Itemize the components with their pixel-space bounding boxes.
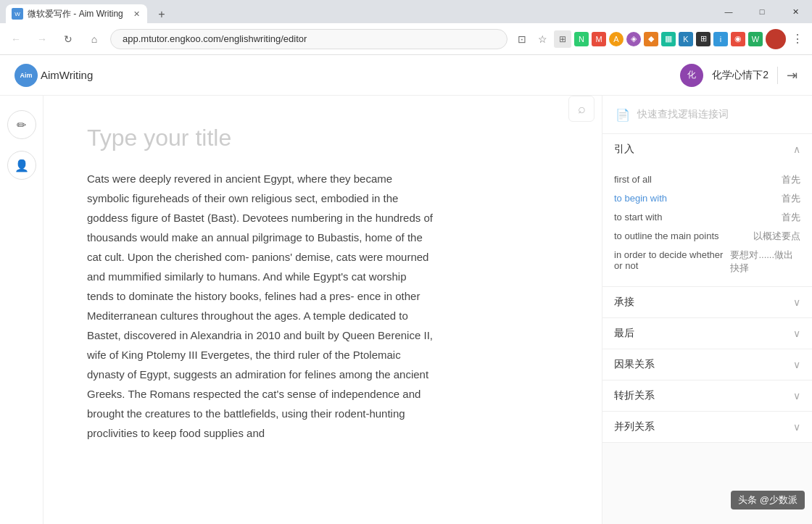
section-zuihou: 最后 ∨ (602, 318, 812, 349)
phrase-search-icon: 📄 (614, 106, 631, 123)
bookmark-icon[interactable]: ☆ (534, 30, 551, 48)
ext10-icon[interactable]: i (713, 32, 728, 46)
section-zhuanzhe-chevron: ∨ (793, 390, 800, 402)
ext12-icon[interactable]: W (748, 32, 763, 46)
header-divider (777, 67, 778, 84)
logo-text: AimWriting (41, 69, 93, 81)
editor-title-placeholder[interactable]: Type your title (87, 125, 558, 151)
home-button[interactable]: ⌂ (84, 29, 104, 49)
phrase-row-2[interactable]: to begin with 首先 (614, 189, 800, 208)
search-icon: ⌕ (578, 101, 586, 117)
section-chengjie-title: 承接 (614, 296, 634, 309)
minimize-button[interactable]: — (712, 0, 745, 23)
ext6-icon[interactable]: ◆ (644, 32, 658, 46)
user-name: 化学心情下2 (712, 69, 768, 82)
section-yinguo-title: 因果关系 (614, 358, 655, 371)
maximize-button[interactable]: □ (745, 0, 779, 23)
logout-button[interactable]: ⇥ (787, 67, 798, 83)
app-header: Aim AimWriting 化 化学心情下2 ⇥ (0, 55, 812, 96)
pencil-icon: ✏ (17, 118, 26, 132)
section-binglie-header[interactable]: 并列关系 ∨ (602, 412, 812, 442)
section-yinru: 引入 ∧ first of all 首先 to begin with 首先 (602, 134, 812, 287)
section-zhuanzhe: 转折关系 ∨ (602, 380, 812, 412)
forward-button[interactable]: → (32, 29, 52, 49)
logo-icon: Aim (14, 64, 38, 87)
section-binglie: 并列关系 ∨ (602, 412, 812, 443)
tab-close-button[interactable]: ✕ (133, 9, 140, 19)
ext9-icon[interactable]: ⊞ (696, 32, 710, 46)
editor-search-button[interactable]: ⌕ (568, 96, 594, 122)
right-panel: 📄 快速查找逻辑连接词 引入 ∧ first of all (602, 96, 812, 524)
section-yinru-header[interactable]: 引入 ∧ (602, 134, 812, 165)
tab-title: 微软爱写作 - Aim Writing (28, 8, 123, 20)
section-zhuanzhe-title: 转折关系 (614, 389, 655, 402)
section-yinru-title: 引入 (614, 143, 634, 156)
phrase-row-1[interactable]: first of all 首先 (614, 170, 800, 189)
left-sidebar: ✏ 👤 (0, 96, 44, 524)
section-zhuanzhe-header[interactable]: 转折关系 ∨ (602, 380, 812, 411)
phrase-cn-5: 要想对......做出抉择 (730, 249, 800, 275)
watermark: 头条 @少数派 (731, 491, 805, 510)
ext7-icon[interactable]: ▦ (661, 32, 676, 46)
phrase-cn-1: 首先 (782, 173, 800, 186)
editor-area[interactable]: Type your title Cats were deeply revered… (44, 96, 602, 524)
section-binglie-title: 并列关系 (614, 420, 655, 433)
ext4-icon[interactable]: A (609, 32, 624, 46)
section-binglie-chevron: ∨ (793, 421, 800, 433)
window-controls: — □ ✕ (712, 0, 812, 23)
url-input[interactable] (110, 29, 508, 49)
refresh-button[interactable]: ↻ (58, 29, 78, 49)
phrase-row-5[interactable]: in order to decide whether or not 要想对...… (614, 246, 800, 278)
cast-icon[interactable]: ⊡ (513, 30, 531, 48)
section-chengjie: 承接 ∨ (602, 287, 812, 318)
phrase-en-5: in order to decide whether or not (614, 249, 730, 271)
section-zuihou-chevron: ∨ (793, 328, 800, 339)
phrase-search-placeholder[interactable]: 快速查找逻辑连接词 (637, 108, 800, 121)
app-logo: Aim AimWriting (14, 64, 93, 87)
phrase-cn-2: 首先 (782, 192, 800, 205)
phrase-row-3[interactable]: to start with 首先 (614, 208, 800, 227)
ext5-icon[interactable]: ◈ (626, 32, 641, 46)
phrase-row-4[interactable]: to outline the main points 以概述要点 (614, 227, 800, 246)
phrase-cn-3: 首先 (782, 211, 800, 224)
section-yinguo-header[interactable]: 因果关系 ∨ (602, 349, 812, 380)
phrase-cn-4: 以概述要点 (753, 230, 800, 243)
user-avatar: 化 (680, 64, 703, 87)
section-yinru-content: first of all 首先 to begin with 首先 to star… (602, 165, 812, 286)
ext2-icon[interactable]: N (574, 32, 589, 46)
back-button[interactable]: ← (6, 29, 26, 49)
new-tab-button[interactable]: + (153, 6, 170, 23)
section-chengjie-header[interactable]: 承接 ∨ (602, 287, 812, 317)
editor-content[interactable]: Cats were deeply revered in ancient Egyp… (87, 169, 435, 443)
document-icon: 📄 (616, 108, 630, 122)
ext3-icon[interactable]: M (592, 32, 606, 46)
browser-toolbar-icons: ⊡ ☆ ⊞ N M A ◈ ◆ ▦ K ⊞ i ◉ W ⋮ (513, 29, 806, 49)
phrase-search-header: 📄 快速查找逻辑连接词 (602, 96, 812, 134)
ext1-icon[interactable]: ⊞ (554, 30, 571, 48)
tab-favicon: W (12, 8, 23, 20)
pencil-tool-button[interactable]: ✏ (7, 110, 36, 139)
ext8-icon[interactable]: K (679, 32, 693, 46)
active-tab[interactable]: W 微软爱写作 - Aim Writing ✕ (6, 4, 147, 23)
phrase-en-3: to start with (614, 212, 662, 223)
main-layout: ✏ 👤 Type your title Cats were deeply rev… (0, 96, 812, 524)
header-right: 化 化学心情下2 ⇥ (680, 64, 798, 87)
close-button[interactable]: ✕ (779, 0, 812, 23)
section-zuihou-title: 最后 (614, 327, 634, 340)
person-icon: 👤 (14, 159, 29, 172)
section-zuihou-header[interactable]: 最后 ∨ (602, 318, 812, 349)
phrase-en-4: to outline the main points (614, 230, 719, 241)
phrase-en-1: first of all (614, 174, 652, 185)
title-bar: W 微软爱写作 - Aim Writing ✕ + — □ ✕ (0, 0, 812, 23)
section-yinguo: 因果关系 ∨ (602, 349, 812, 380)
section-yinguo-chevron: ∨ (793, 359, 800, 370)
phrase-en-2: to begin with (614, 193, 667, 204)
section-yinru-chevron: ∧ (793, 144, 800, 155)
section-chengjie-chevron: ∨ (793, 296, 800, 308)
profile-button[interactable] (766, 29, 786, 49)
person-tool-button[interactable]: 👤 (7, 151, 36, 180)
ext11-icon[interactable]: ◉ (731, 32, 745, 46)
address-bar: ← → ↻ ⌂ ⊡ ☆ ⊞ N M A ◈ ◆ ▦ K ⊞ i ◉ W ⋮ (0, 23, 812, 55)
browser-menu-button[interactable]: ⋮ (789, 30, 806, 48)
